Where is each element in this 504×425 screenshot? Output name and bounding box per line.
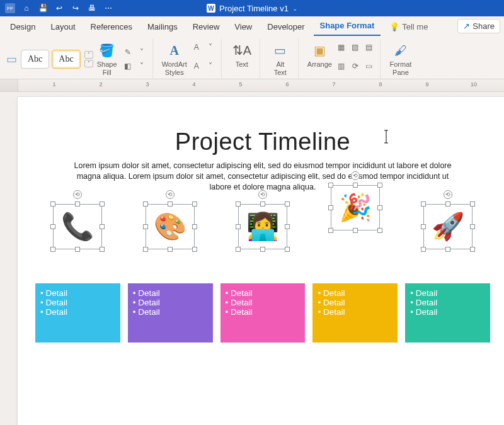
event-chevron[interactable]: Key Event 3 <box>220 251 306 280</box>
horizontal-ruler[interactable]: 1 2 3 4 5 6 7 8 9 10 <box>0 79 504 92</box>
tab-developer[interactable]: Developer <box>261 18 311 36</box>
shape-fill-button[interactable]: 🪣 Shape Fill <box>93 40 121 77</box>
shape-technologist[interactable]: ⟲ 👩‍💻 <box>236 201 290 252</box>
rocket-icon: 🚀 <box>432 211 464 242</box>
group-shape-styles: ▭ Abc Abc ˄ ˅ 🪣 Shape Fill ✎˅ ◧˅ <box>3 39 153 79</box>
wordart-options: A˅ A˅ <box>190 40 217 77</box>
phone-icon: 📞 <box>61 211 94 242</box>
event-chevron[interactable]: Key Event 2 <box>128 251 213 280</box>
ruler-number: 4 <box>192 81 195 88</box>
send-backward-icon[interactable]: ▧ <box>350 42 361 53</box>
arrange-options: ▦ ▧ ▤ ▥ ⟳ ▭ <box>335 40 376 77</box>
insert-shapes[interactable]: ▭ <box>6 52 21 66</box>
event-details[interactable]: Detail Detail Detail <box>312 283 398 343</box>
styles-down-icon[interactable]: ˅ <box>84 60 93 67</box>
tab-shape-format[interactable]: Shape Format <box>314 17 381 36</box>
document-title[interactable]: W Project Timeline v1 ⌄ <box>0 4 504 13</box>
event-chevron[interactable]: Key Event 4 <box>312 251 398 280</box>
event-details[interactable]: Detail Detail Detail <box>35 283 120 343</box>
document-title-text: Project Timeline v1 <box>219 4 289 13</box>
tab-view[interactable]: View <box>228 18 258 36</box>
bring-forward-icon[interactable]: ▦ <box>336 42 347 53</box>
tell-me[interactable]: 💡 Tell me <box>383 18 434 36</box>
styles-up-icon[interactable]: ˄ <box>84 51 93 59</box>
ruler-number: 2 <box>99 81 102 88</box>
ruler-number: 5 <box>239 81 242 88</box>
event-details[interactable]: Detail Detail Detail <box>220 283 306 343</box>
pen-icon[interactable]: ✎ <box>122 47 134 58</box>
event-details[interactable]: Detail Detail Detail <box>128 283 213 343</box>
tab-mailings[interactable]: Mailings <box>141 18 184 36</box>
rotate-handle-icon[interactable]: ⟲ <box>351 171 360 180</box>
wordart-icon: A <box>166 42 183 59</box>
technologist-icon: 👩‍💻 <box>246 211 279 242</box>
text-button[interactable]: ⇅A Text <box>228 40 256 77</box>
timeline-col-5: ⟲ 🚀 Key Event 5 Detail Detail Detail <box>405 201 490 343</box>
rotate-handle-icon[interactable]: ⟲ <box>73 190 82 199</box>
text-outline-icon[interactable]: A <box>191 60 202 72</box>
shape-style-b[interactable]: Abc <box>52 50 80 69</box>
titlebar: FF ⌂ 💾 ↩ ↪ 🖶 ⋯ W Project Timeline v1 ⌄ <box>0 0 504 16</box>
arrange-button[interactable]: ▣ Arrange <box>305 40 335 77</box>
tab-references[interactable]: References <box>84 18 139 36</box>
event-details[interactable]: Detail Detail Detail <box>405 283 490 343</box>
wordart-styles-button[interactable]: A WordArt Styles <box>159 40 190 77</box>
shape-outline-effects: ✎˅ ◧˅ <box>121 45 149 73</box>
rotate-handle-icon[interactable]: ⟲ <box>166 190 175 199</box>
timeline-col-2: ⟲ 🎨 Key Event 2 Detail Detail Detail <box>128 201 213 343</box>
chevron-down-icon[interactable]: ˅ <box>205 60 216 72</box>
group-size: 🖌 Format Pane <box>383 39 418 79</box>
eraser-icon[interactable]: ◧ <box>122 60 134 72</box>
group-alt-text: ▭ Alt Text <box>263 39 299 79</box>
document-page[interactable]: Project Timeline Lorem ipsum dolor sit a… <box>18 97 504 425</box>
shape-rocket[interactable]: ⟲ 🚀 <box>421 201 475 252</box>
alt-text-icon: ▭ <box>272 42 289 59</box>
timeline-col-4: ⟲ 🎉 Key Event 4 Detail Detail Detail <box>312 201 398 343</box>
alt-text-button[interactable]: ▭ Alt Text <box>266 40 294 77</box>
shape-party[interactable]: ⟲ 🎉 <box>328 183 382 233</box>
tab-design[interactable]: Design <box>4 18 42 36</box>
event-chevron[interactable]: Key Event 5 <box>405 251 490 280</box>
ruler-number: 8 <box>379 81 382 88</box>
page-description[interactable]: Lorem ipsum dolor sit amet, consectetur … <box>67 161 458 193</box>
ribbon: ▭ Abc Abc ˄ ˅ 🪣 Shape Fill ✎˅ ◧˅ A WordA… <box>0 37 504 79</box>
text-cursor-icon <box>383 130 389 144</box>
shape-phone[interactable]: ⟲ 📞 <box>50 201 105 252</box>
text-fill-icon[interactable]: A <box>191 42 202 53</box>
chevron-down-icon[interactable]: ⌄ <box>292 5 297 12</box>
group-text: ⇅A Text <box>224 39 260 79</box>
page-title[interactable]: Project Timeline <box>35 128 490 156</box>
ruler-number: 1 <box>52 81 55 88</box>
ruler-number: 9 <box>425 81 428 88</box>
chevron-down-icon[interactable]: ˅ <box>136 60 147 72</box>
document-area[interactable]: Project Timeline Lorem ipsum dolor sit a… <box>0 92 504 425</box>
format-pane-button[interactable]: 🖌 Format Pane <box>387 40 415 77</box>
timeline-col-1: ⟲ 📞 Key Event 1 Detail Detail Detail <box>35 201 120 343</box>
chevron-down-icon[interactable]: ˅ <box>136 47 147 58</box>
share-button[interactable]: ↗ Share <box>457 19 500 33</box>
word-app-icon: W <box>207 4 215 13</box>
party-popper-icon: 🎉 <box>339 192 372 223</box>
ruler-number: 10 <box>471 81 477 88</box>
text-direction-icon: ⇅A <box>233 42 251 59</box>
share-icon: ↗ <box>463 21 470 31</box>
group-arrange: ▣ Arrange ▦ ▧ ▤ ▥ ⟳ ▭ <box>301 39 381 79</box>
ribbon-tabs: Design Layout References Mailings Review… <box>0 16 504 37</box>
selection-icon[interactable]: ▭ <box>364 60 375 72</box>
shape-style-a[interactable]: Abc <box>21 50 49 69</box>
tell-me-label: Tell me <box>402 22 428 31</box>
group-icon[interactable]: ▥ <box>336 60 347 72</box>
tab-review[interactable]: Review <box>186 18 226 36</box>
align-icon[interactable]: ▤ <box>364 42 375 53</box>
group-wordart: A WordArt Styles A˅ A˅ <box>156 39 222 79</box>
tab-layout[interactable]: Layout <box>44 18 81 36</box>
shape-palette[interactable]: ⟲ 🎨 <box>143 201 197 252</box>
format-pane-icon: 🖌 <box>392 42 410 59</box>
rotate-handle-icon[interactable]: ⟲ <box>258 190 267 199</box>
chevron-down-icon[interactable]: ˅ <box>205 42 216 53</box>
rotate-handle-icon[interactable]: ⟲ <box>444 190 452 199</box>
arrange-icon: ▣ <box>311 42 328 59</box>
timeline-col-3: ⟲ 👩‍💻 Key Event 3 Detail Detail Detail <box>220 201 306 343</box>
rotate-icon[interactable]: ⟳ <box>350 60 361 72</box>
event-chevron[interactable]: Key Event 1 <box>35 251 120 280</box>
